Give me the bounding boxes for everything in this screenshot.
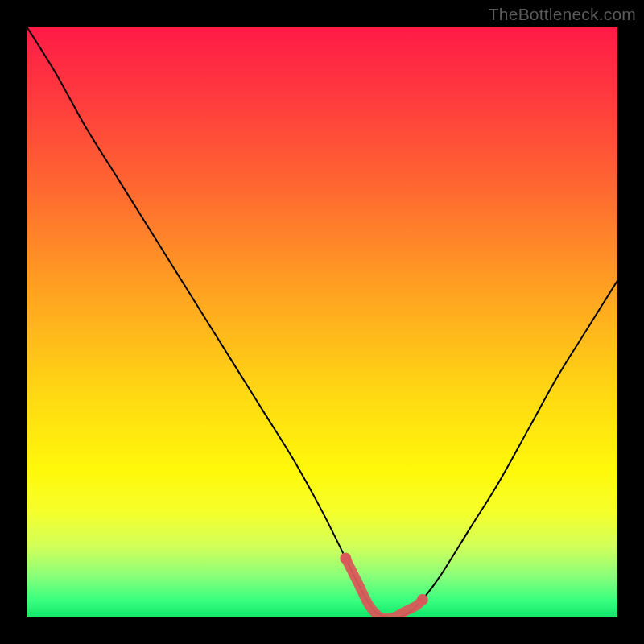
sweet-spot-endpoint bbox=[417, 594, 428, 605]
bottleneck-curve bbox=[27, 27, 617, 617]
chart-frame: TheBottleneck.com bbox=[0, 0, 644, 644]
sweet-spot-endpoint bbox=[340, 553, 351, 564]
watermark-text: TheBottleneck.com bbox=[489, 5, 636, 24]
plot-area bbox=[27, 27, 617, 617]
curve-svg bbox=[27, 27, 617, 617]
sweet-spot-highlight bbox=[345, 559, 422, 617]
